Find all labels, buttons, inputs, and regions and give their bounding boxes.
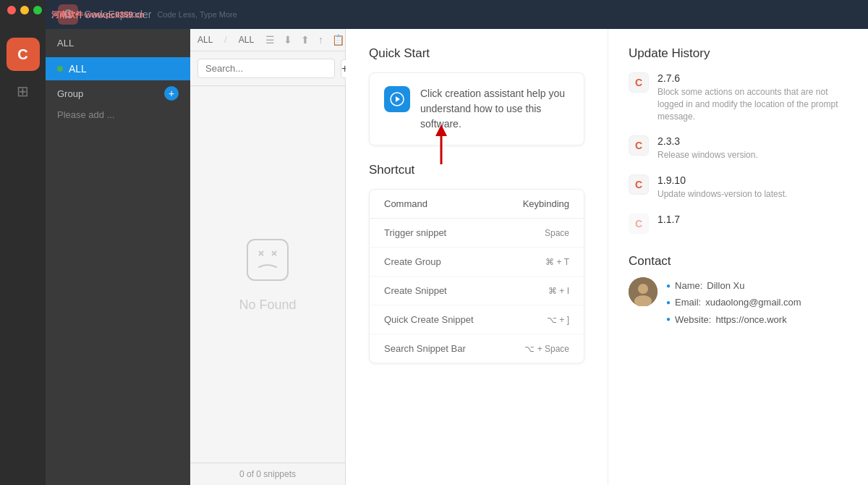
shortcut-row-1: Create Group ⌘ + T [370, 248, 584, 277]
toolbar: ALL / ALL ☰ ⬇ ⬆ ↑ 📋 C [190, 29, 345, 51]
quick-start-card: Click creation assistant help you unders… [369, 72, 584, 146]
contact-website-row: ● Website: https://once.work [666, 311, 801, 328]
update-history-section: Update History C 2.7.6 Block some action… [629, 46, 848, 234]
contact-info: ● Name: Dillon Xu ● Email: xudaolong@gma… [629, 277, 848, 328]
svg-marker-6 [396, 96, 400, 102]
app-header: C CodeExpander Code Less, Type More 河南软件… [0, 0, 868, 29]
shortcut-row-4: Search Snippet Bar ⌥ + Space [370, 334, 584, 363]
no-found-text: No Found [239, 298, 296, 313]
snippets-panel: ALL / ALL ☰ ⬇ ⬆ ↑ 📋 C + [190, 29, 346, 485]
all-panel-header: ALL [46, 29, 190, 57]
update-content-1: 2.3.3 Release windows version. [658, 135, 758, 161]
shortcuts-title: Shortcut [369, 163, 584, 177]
contact-name-value: Dillon Xu [707, 277, 744, 294]
update-item-1: C 2.3.3 Release windows version. [629, 135, 848, 161]
update-version-2: 1.9.10 [658, 174, 787, 186]
no-found-icon [244, 237, 291, 289]
quick-start-title: Quick Start [369, 46, 584, 61]
svg-rect-0 [247, 240, 288, 280]
contact-section: Contact ● [629, 254, 848, 328]
minimize-button[interactable] [20, 6, 29, 14]
all-item[interactable]: ALL [46, 57, 190, 80]
breadcrumb-part2: ALL [239, 35, 254, 45]
watermark-text: 河南软件 www.pc0359.cn [51, 9, 145, 20]
update-logo-3: C [629, 214, 649, 234]
play-icon [390, 92, 404, 106]
please-add-text: Please add ... [46, 106, 190, 123]
grid-icon[interactable]: ⊞ [17, 83, 29, 100]
group-label: Group [57, 88, 83, 99]
sidebar-logo: C [7, 38, 40, 71]
no-found-container: No Found [190, 86, 345, 463]
upload-icon[interactable]: ↑ [318, 34, 323, 46]
cloud-upload-icon[interactable]: ⬆ [301, 34, 310, 46]
update-version-3: 1.1.7 [658, 214, 680, 225]
update-item-2: C 1.9.10 Update windows-version to lates… [629, 174, 848, 201]
breadcrumb-part1: ALL [197, 35, 213, 45]
update-item-0: C 2.7.6 Block some actions on accounts t… [629, 72, 848, 122]
breadcrumb-separator: / [224, 35, 226, 45]
shortcut-key-4: ⌥ + Space [482, 344, 569, 354]
update-desc-2: Update windows-version to latest. [658, 188, 787, 201]
quick-start-icon[interactable] [384, 86, 410, 112]
shortcut-key-1: ⌘ + T [482, 257, 569, 267]
shortcut-cmd-0: Trigger snippet [384, 227, 482, 238]
close-button[interactable] [7, 6, 16, 14]
book-icon[interactable]: 📋 [332, 34, 344, 46]
contact-website-value: https://once.work [715, 311, 786, 328]
all-panel: ALL ALL Group + Please add ... [46, 29, 190, 485]
shortcut-key-2: ⌘ + I [482, 286, 569, 296]
bullet-name: ● [666, 279, 671, 292]
update-logo-2: C [629, 174, 649, 195]
quick-start-description: Click creation assistant help you unders… [420, 86, 569, 132]
shortcut-row-2: Create Snippet ⌘ + I [370, 277, 584, 305]
contact-details: ● Name: Dillon Xu ● Email: xudaolong@gma… [666, 277, 801, 328]
update-content-2: 1.9.10 Update windows-version to latest. [658, 174, 787, 201]
search-bar: + [190, 51, 345, 86]
contact-title: Contact [629, 254, 848, 269]
contact-name-row: ● Name: Dillon Xu [666, 277, 801, 294]
sidebar-logo-letter: C [17, 46, 27, 63]
cloud-download-icon[interactable]: ⬇ [284, 34, 292, 46]
contact-email-value: xudaolong@gmail.com [705, 294, 801, 311]
contact-avatar [629, 277, 658, 306]
right-panel: Update History C 2.7.6 Block some action… [608, 29, 868, 485]
toolbar-icons-row: ☰ ⬇ ⬆ ↑ 📋 [265, 34, 344, 46]
shortcut-key-3: ⌥ + ] [482, 315, 569, 325]
shortcuts-table: Command Keybinding Trigger snippet Space… [369, 189, 584, 363]
update-logo-1: C [629, 135, 649, 156]
update-version-0: 2.7.6 [658, 72, 848, 84]
content-columns: Quick Start Click creation assistant hel… [346, 29, 868, 485]
update-version-1: 2.3.3 [658, 135, 758, 147]
all-item-dot [57, 66, 63, 72]
update-content-3: 1.1.7 [658, 214, 680, 227]
update-history-title: Update History [629, 46, 848, 61]
contact-name-label: Name: [675, 277, 702, 294]
group-header: Group + [46, 80, 190, 106]
snippets-footer: 0 of 0 snippets [190, 463, 345, 485]
quick-start-section: Quick Start Click creation assistant hel… [369, 46, 584, 146]
update-content-0: 2.7.6 Block some actions on accounts tha… [658, 72, 848, 122]
col-keybinding-header: Keybinding [482, 198, 569, 209]
group-add-button[interactable]: + [164, 86, 179, 101]
contact-website-label: Website: [675, 311, 711, 328]
contact-email-row: ● Email: xudaolong@gmail.com [666, 294, 801, 311]
bullet-email: ● [666, 296, 671, 309]
update-item-3: C 1.1.7 [629, 214, 848, 234]
center-panel: Quick Start Click creation assistant hel… [346, 29, 608, 485]
window-controls [0, 0, 49, 20]
avatar-svg [629, 277, 658, 306]
list-view-icon[interactable]: ☰ [265, 34, 275, 46]
shortcut-cmd-2: Create Snippet [384, 285, 482, 296]
maximize-button[interactable] [33, 6, 42, 14]
svg-point-8 [638, 284, 648, 294]
shortcut-row-0: Trigger snippet Space [370, 219, 584, 248]
col-command-header: Command [384, 198, 482, 209]
no-found-svg [244, 237, 291, 283]
update-desc-1: Release windows version. [658, 149, 758, 161]
shortcut-cmd-4: Search Snippet Bar [384, 343, 482, 354]
update-desc-0: Block some actions on accounts that are … [658, 86, 848, 122]
watermark-overlay: 河南软件 www.pc0359.cn [46, 0, 868, 29]
search-input[interactable] [197, 59, 335, 78]
contact-email-label: Email: [675, 294, 701, 311]
